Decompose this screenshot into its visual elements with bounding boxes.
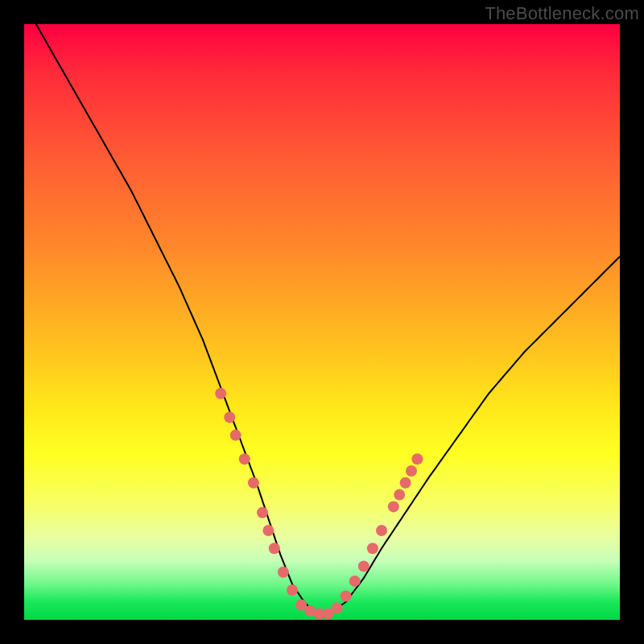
bottleneck-curve xyxy=(24,24,620,620)
data-marker xyxy=(269,543,280,554)
data-marker xyxy=(257,507,268,518)
watermark-text: TheBottleneck.com xyxy=(485,3,639,24)
data-marker xyxy=(406,465,417,477)
data-marker xyxy=(248,477,259,489)
chart-frame: TheBottleneck.com xyxy=(0,0,644,644)
data-marker xyxy=(358,560,369,572)
data-marker xyxy=(394,489,405,501)
data-marker xyxy=(341,590,352,601)
data-marker xyxy=(239,453,250,464)
data-marker xyxy=(411,453,423,464)
data-marker xyxy=(278,567,289,578)
data-marker xyxy=(215,388,226,399)
data-marker xyxy=(367,543,378,554)
data-marker xyxy=(332,602,343,613)
data-marker xyxy=(224,411,235,423)
data-marker xyxy=(376,525,387,536)
data-marker xyxy=(287,584,298,596)
data-marker xyxy=(349,576,361,587)
data-marker xyxy=(230,430,242,441)
data-marker xyxy=(388,501,399,512)
data-marker xyxy=(400,477,411,489)
plot-area xyxy=(24,24,620,620)
curve-path xyxy=(36,24,620,614)
data-marker xyxy=(262,525,274,536)
